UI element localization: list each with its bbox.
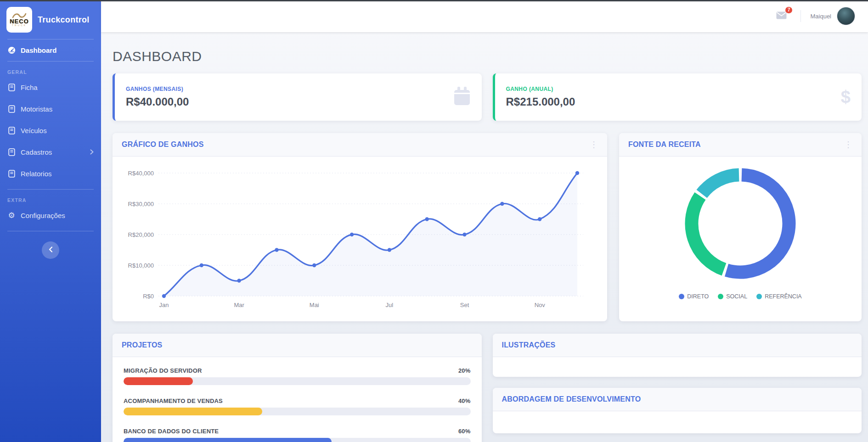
alerts-button[interactable]: 7 [773,9,789,23]
sidebar-item-relatorios[interactable]: Relatorios [0,163,101,185]
app-root: NECO TRUCK Truckcontrol Dashboard GERAL … [0,0,868,442]
project-item-1: ACOMPANHAMENTO DE VENDAS 40% [124,397,471,415]
projects-list: MIGRAÇÃO DO SERVIDOR 20% ACOMPANHAMENTO … [113,357,482,442]
sidebar: NECO TRUCK Truckcontrol Dashboard GERAL … [0,0,101,442]
legend-item-direto[interactable]: DIRETO [679,293,709,300]
sidebar-item-motoristas[interactable]: Motoristas [0,98,101,120]
sidebar-item-dashboard[interactable]: Dashboard [0,39,101,61]
calendar-icon [453,87,471,108]
svg-text:Mai: Mai [310,302,319,308]
legend-dot-icon [718,294,723,299]
sidebar-heading-extra: EXTRA [0,190,101,205]
progress-fill [124,438,332,442]
project-item-0: MIGRAÇÃO DO SERVIDOR 20% [124,367,471,385]
chevron-right-icon [90,148,94,156]
sidebar-divider [7,231,94,231]
svg-text:Jul: Jul [386,302,394,308]
project-label: BANCO DE DADOS DO CLIENTE [124,428,219,435]
svg-text:Mar: Mar [234,302,244,308]
progress-track [124,377,471,385]
project-item-2: BANCO DE DADOS DO CLIENTE 60% [124,428,471,442]
journal-icon [7,127,16,134]
legend-item-referência[interactable]: REFERÊNCIA [756,293,802,300]
sidebar-collapse-button[interactable] [42,241,59,259]
abordagem-card-body [493,411,862,433]
project-label: ACOMPANHAMENTO DE VENDAS [124,397,223,404]
gear-icon: ⚙ [7,212,16,219]
stat-value: R$215.000,00 [506,95,841,108]
main-area: 7 Maiquel DASHBOARD GANHOS (MENSAIS) R$4… [101,0,868,442]
ilustracoes-card: ILUSTRAÇÕES [493,334,862,377]
card-title-fonte-da-receita: FONTE DA RECEITA [628,140,701,149]
stat-value: R$40.000,00 [126,95,453,108]
svg-text:Nov: Nov [535,302,546,308]
sidebar-item-label: Relatorios [21,170,52,178]
card-title-projetos: PROJETOS [122,341,162,349]
chevron-left-icon [49,246,53,254]
svg-text:Jan: Jan [159,302,169,308]
neco-logo: NECO TRUCK [6,7,32,33]
dollar-icon: $ [841,87,851,107]
stat-label: GANHOS (MENSAIS) [126,86,453,92]
brand-title: Truckcontrol [38,15,90,25]
legend-item-social[interactable]: SOCIAL [718,293,747,300]
journal-icon [7,84,16,91]
speedometer-icon [7,46,16,54]
sidebar-item-ficha[interactable]: Ficha [0,77,101,98]
card-title-grafico-de-ganhos: GRÁFICO DE GANHOS [122,140,204,149]
progress-fill [124,408,262,415]
browser-window-edge [0,0,868,1]
svg-text:R$0: R$0 [143,293,154,300]
stat-card-ganho-anual: GANHO (ANUAL) R$215.000,00 $ [493,73,862,121]
sidebar-item-label: Configurações [21,212,65,219]
journal-icon [7,105,16,113]
stat-card-ganhos-mensais: GANHOS (MENSAIS) R$40.000,00 [113,73,482,121]
envelope-icon [776,14,787,21]
card-menu-dots-icon[interactable]: ⋮ [844,140,852,149]
card-title-abordagem: ABORDAGEM DE DESENVOLVIMENTO [502,395,641,403]
topbar-divider [800,10,801,22]
sidebar-item-label: Veículos [21,127,47,134]
legend-dot-icon [679,294,684,299]
sidebar-item-configuracoes[interactable]: ⚙ Configurações [0,205,101,226]
page-title: DASHBOARD [113,49,862,64]
projects-card: PROJETOS MIGRAÇÃO DO SERVIDOR 20% ACOMPA… [113,334,482,442]
progress-fill [124,377,193,385]
topbar: 7 Maiquel [101,0,868,32]
project-label: MIGRAÇÃO DO SERVIDOR [124,367,202,374]
journal-icon [7,170,16,178]
sidebar-item-label: Cadastros [21,148,52,156]
sidebar-heading-geral: GERAL [0,62,101,77]
stat-label: GANHO (ANUAL) [506,86,841,92]
revenue-donut-chart [679,162,802,287]
brand[interactable]: NECO TRUCK Truckcontrol [0,1,101,39]
project-percent: 20% [458,367,471,374]
svg-text:Set: Set [460,302,469,308]
user-name[interactable]: Maiquel [810,13,831,20]
journal-icon [7,148,16,156]
sidebar-item-label: Dashboard [21,46,56,54]
revenue-source-card: FONTE DA RECEITA ⋮ DIRETOSOCIALREFERÊNCI… [619,133,862,321]
avatar[interactable] [837,7,855,25]
ilustracoes-card-body [493,357,862,377]
svg-text:R$10,000: R$10,000 [128,262,154,269]
logo-subtext: TRUCK [12,24,27,27]
page-content: DASHBOARD GANHOS (MENSAIS) R$40.000,00 G… [101,32,868,442]
abordagem-card: ABORDAGEM DE DESENVOLVIMENTO [493,388,862,433]
card-menu-dots-icon[interactable]: ⋮ [590,140,598,149]
sidebar-item-veiculos[interactable]: Veículos [0,120,101,141]
progress-track [124,438,471,442]
project-percent: 60% [458,428,471,435]
progress-track [124,408,471,415]
svg-text:R$40,000: R$40,000 [128,170,154,177]
sidebar-item-label: Ficha [21,84,38,91]
sidebar-item-label: Motoristas [21,105,52,113]
project-percent: 40% [458,397,471,404]
legend-dot-icon [756,294,762,299]
earnings-chart-card: GRÁFICO DE GANHOS ⋮ R$0R$10,000R$20,000R… [113,133,607,321]
earnings-line-chart: R$0R$10,000R$20,000R$30,000R$40,000JanMa… [113,157,607,321]
svg-text:R$30,000: R$30,000 [128,201,154,207]
donut-legend: DIRETOSOCIALREFERÊNCIA [679,293,801,300]
sidebar-item-cadastros[interactable]: Cadastros [0,141,101,163]
logo-text: NECO [10,19,29,24]
